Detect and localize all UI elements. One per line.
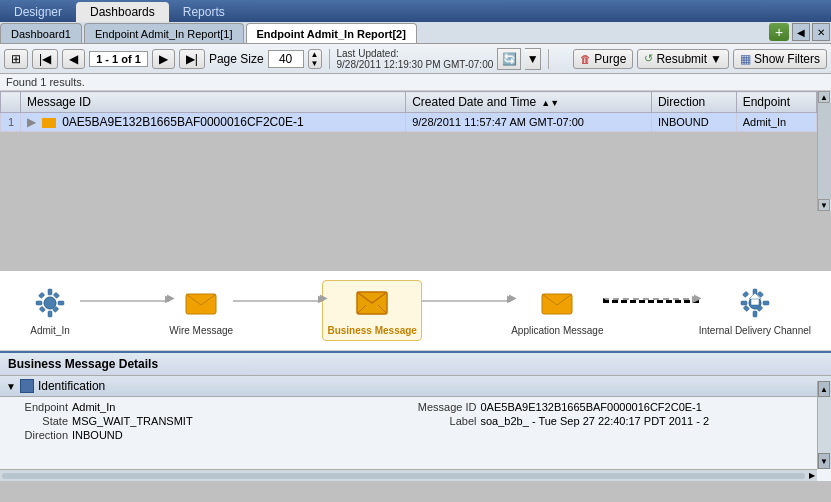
bottom-hscroll-thumb bbox=[2, 473, 805, 479]
col-header-direction[interactable]: Direction bbox=[651, 92, 736, 113]
refresh-button[interactable]: 🔄 bbox=[497, 48, 521, 70]
data-table: Message ID Created Date and Time ▲▼ Dire… bbox=[0, 91, 817, 132]
purge-label: Purge bbox=[594, 52, 626, 66]
data-table-wrap: Message ID Created Date and Time ▲▼ Dire… bbox=[0, 91, 817, 132]
page-size-up[interactable]: ▲▼ bbox=[308, 49, 322, 69]
prev-page-button[interactable]: ◀ bbox=[62, 49, 85, 69]
tab-nav-back[interactable]: ◀ bbox=[792, 23, 810, 41]
svg-point-0 bbox=[44, 297, 56, 309]
gear-house-svg bbox=[737, 285, 773, 321]
tab-endpoint-2[interactable]: Endpoint Admit_In Report[2] bbox=[246, 23, 417, 43]
envelope-svg-app bbox=[541, 291, 573, 315]
first-page-button[interactable]: |◀ bbox=[32, 49, 58, 69]
top-nav-bar: Designer Dashboards Reports bbox=[0, 0, 831, 22]
page-info: 1 - 1 of 1 bbox=[89, 51, 148, 67]
bottom-panel-title: Business Message Details bbox=[0, 353, 831, 376]
tab-endpoint-1[interactable]: Endpoint Admit_In Report[1] bbox=[84, 23, 244, 43]
found-results: Found 1 results. bbox=[0, 74, 831, 91]
bottom-scroll-right[interactable]: ▶ bbox=[807, 471, 817, 481]
section-identification-label: Identification bbox=[38, 379, 105, 393]
row-endpoint: Admit_In bbox=[736, 113, 816, 132]
row-created-date: 9/28/2011 11:57:47 AM GMT-07:00 bbox=[406, 113, 652, 132]
bottom-vscroll-up[interactable]: ▲ bbox=[818, 381, 830, 397]
svg-rect-16 bbox=[753, 311, 757, 317]
col-header-created-date[interactable]: Created Date and Time ▲▼ bbox=[406, 92, 652, 113]
refresh-dropdown[interactable]: ▼ bbox=[525, 48, 541, 70]
row-direction: INBOUND bbox=[651, 113, 736, 132]
detail-col-left: Endpoint Admit_In State MSG_WAIT_TRANSMI… bbox=[8, 401, 415, 441]
svg-rect-3 bbox=[36, 301, 42, 305]
bottom-vscroll-track bbox=[818, 397, 831, 453]
col-header-endpoint[interactable]: Endpoint bbox=[736, 92, 816, 113]
bottom-panel: Business Message Details ▼ Identificatio… bbox=[0, 351, 831, 481]
bottom-vscroll[interactable]: ▲ ▼ bbox=[817, 381, 831, 469]
flow-node-application-message[interactable]: Application Message bbox=[511, 285, 603, 336]
flow-node-internal-delivery[interactable]: Internal Delivery Channel bbox=[699, 285, 811, 336]
tab-dashboards[interactable]: Dashboards bbox=[76, 2, 169, 22]
next-page-button[interactable]: ▶ bbox=[152, 49, 175, 69]
svg-rect-2 bbox=[48, 311, 52, 317]
grid-view-button[interactable]: ⊞ bbox=[4, 49, 28, 69]
flow-line-3: ▶ bbox=[422, 300, 511, 302]
purge-icon: 🗑 bbox=[580, 53, 591, 65]
bottom-hscroll[interactable]: ▶ bbox=[0, 469, 817, 481]
last-updated-value: 9/28/2011 12:19:30 PM GMT-07:00 bbox=[337, 59, 494, 70]
sort-icon-created: ▲▼ bbox=[541, 98, 559, 108]
tab-designer[interactable]: Designer bbox=[0, 2, 76, 22]
table-row[interactable]: 1 ▶ 0AE5BA9E132B1665BAF0000016CF2C0E-1 9… bbox=[1, 113, 817, 132]
svg-rect-19 bbox=[742, 291, 748, 297]
flow-diagram: Admit_In ▶ Wire Message ▶ bbox=[0, 271, 831, 351]
flow-node-admit-in[interactable]: Admit_In bbox=[20, 285, 80, 336]
svg-rect-6 bbox=[53, 292, 59, 298]
message-id-label: Message ID bbox=[417, 401, 477, 413]
col-header-message-id[interactable]: Message ID bbox=[21, 92, 406, 113]
section-collapse-icon[interactable]: ▼ bbox=[6, 381, 16, 392]
table-vscroll[interactable]: ▲ ▼ bbox=[817, 91, 831, 211]
expand-icon[interactable]: ▶ bbox=[27, 115, 36, 129]
label-value: soa_b2b_ - Tue Sep 27 22:40:17 PDT 2011 … bbox=[481, 415, 710, 427]
tab-nav-fwd[interactable]: ✕ bbox=[812, 23, 830, 41]
detail-col-right: Message ID 0AE5BA9E132B1665BAF0000016CF2… bbox=[417, 401, 824, 441]
flow-node-business-message[interactable]: Business Message bbox=[322, 280, 422, 341]
application-message-icon bbox=[539, 285, 575, 321]
bottom-vscroll-down[interactable]: ▼ bbox=[818, 453, 830, 469]
gear-svg bbox=[32, 285, 68, 321]
page-size-label: Page Size bbox=[209, 52, 264, 66]
svg-rect-18 bbox=[763, 301, 769, 305]
admit-in-label: Admit_In bbox=[30, 325, 69, 336]
vscroll-track bbox=[818, 103, 831, 199]
svg-rect-1 bbox=[48, 289, 52, 295]
wire-message-icon bbox=[183, 285, 219, 321]
row-num: 1 bbox=[1, 113, 21, 132]
purge-button[interactable]: 🗑 Purge bbox=[573, 49, 633, 69]
svg-rect-21 bbox=[743, 305, 749, 311]
svg-rect-7 bbox=[39, 306, 45, 312]
show-filters-label: Show Filters bbox=[754, 52, 820, 66]
state-label: State bbox=[8, 415, 68, 427]
flow-node-wire-message[interactable]: Wire Message bbox=[169, 285, 233, 336]
wire-message-label: Wire Message bbox=[169, 325, 233, 336]
section-identification-header[interactable]: ▼ Identification bbox=[0, 376, 831, 397]
envelope-svg-wire bbox=[185, 291, 217, 315]
message-icon bbox=[42, 118, 56, 128]
internal-delivery-label: Internal Delivery Channel bbox=[699, 325, 811, 336]
tab-dashboard1[interactable]: Dashboard1 bbox=[0, 23, 82, 43]
show-filters-button[interactable]: ▦ Show Filters bbox=[733, 49, 827, 69]
add-tab-button[interactable]: + bbox=[769, 23, 789, 41]
envelope-svg-business bbox=[356, 291, 388, 315]
section-db-icon bbox=[20, 379, 34, 393]
vscroll-down[interactable]: ▼ bbox=[818, 199, 830, 211]
resubmit-label: Resubmit bbox=[656, 52, 707, 66]
resubmit-icon: ↺ bbox=[644, 52, 653, 65]
detail-row-message-id: Message ID 0AE5BA9E132B1665BAF0000016CF2… bbox=[417, 401, 824, 413]
label-label: Label bbox=[417, 415, 477, 427]
last-page-button[interactable]: ▶| bbox=[179, 49, 205, 69]
vscroll-up[interactable]: ▲ bbox=[818, 91, 830, 103]
separator2 bbox=[548, 49, 549, 69]
last-updated-block: Last Updated: 9/28/2011 12:19:30 PM GMT-… bbox=[337, 48, 494, 70]
filter-icon: ▦ bbox=[740, 52, 751, 66]
flow-line-2: ▶ bbox=[233, 300, 322, 302]
page-size-input[interactable] bbox=[268, 50, 304, 68]
resubmit-button[interactable]: ↺ Resubmit ▼ bbox=[637, 49, 729, 69]
tab-reports[interactable]: Reports bbox=[169, 2, 239, 22]
